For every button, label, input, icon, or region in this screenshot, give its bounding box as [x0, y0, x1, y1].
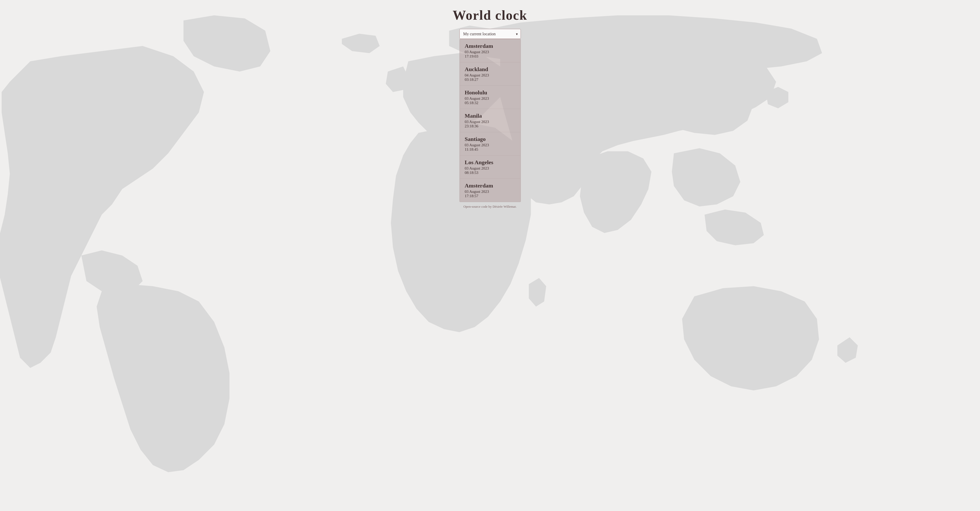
clock-time: 23:18:36	[465, 124, 515, 128]
clock-time: 03:18:27	[465, 78, 515, 82]
clock-entry: Los Angeles03 August 202308:18:53	[460, 156, 520, 179]
clock-entry: Honolulu03 August 202305:18:32	[460, 86, 520, 109]
location-select[interactable]: My current location Amsterdam Auckland H…	[460, 29, 521, 39]
city-name: Santiago	[465, 136, 515, 142]
clock-panel: Amsterdam03 August 202317:19:03Auckland0…	[460, 39, 521, 202]
clock-date: 03 August 2023	[465, 96, 515, 101]
city-name: Honolulu	[465, 89, 515, 96]
location-select-wrapper: My current location Amsterdam Auckland H…	[460, 29, 521, 39]
clock-time: 17:18:57	[465, 194, 515, 198]
city-name: Auckland	[465, 66, 515, 73]
city-name: Amsterdam	[465, 43, 515, 49]
clock-time: 08:18:53	[465, 170, 515, 175]
page-title: World clock	[453, 8, 527, 23]
city-name: Manila	[465, 113, 515, 119]
clock-date: 03 August 2023	[465, 166, 515, 170]
clock-date: 04 August 2023	[465, 73, 515, 78]
clock-entry: Manila03 August 202323:18:36	[460, 109, 520, 132]
footer-credit: Open-source code by Désirée Willemar.	[463, 205, 517, 214]
clock-time: 11:18:45	[465, 147, 515, 152]
clock-time: 05:18:32	[465, 101, 515, 105]
clock-time: 17:19:03	[465, 54, 515, 59]
city-name: Los Angeles	[465, 159, 515, 166]
main-content: World clock My current location Amsterda…	[0, 0, 980, 214]
clock-entry: Amsterdam03 August 202317:19:03	[460, 39, 520, 62]
clock-date: 03 August 2023	[465, 120, 515, 124]
clock-entry: Auckland04 August 202303:18:27	[460, 62, 520, 86]
clock-date: 03 August 2023	[465, 50, 515, 54]
clock-entry: Amsterdam03 August 202317:18:57	[460, 179, 520, 202]
clock-date: 03 August 2023	[465, 143, 515, 147]
clock-date: 03 August 2023	[465, 189, 515, 194]
clock-entry: Santiago03 August 202311:18:45	[460, 132, 520, 156]
city-name: Amsterdam	[465, 182, 515, 189]
